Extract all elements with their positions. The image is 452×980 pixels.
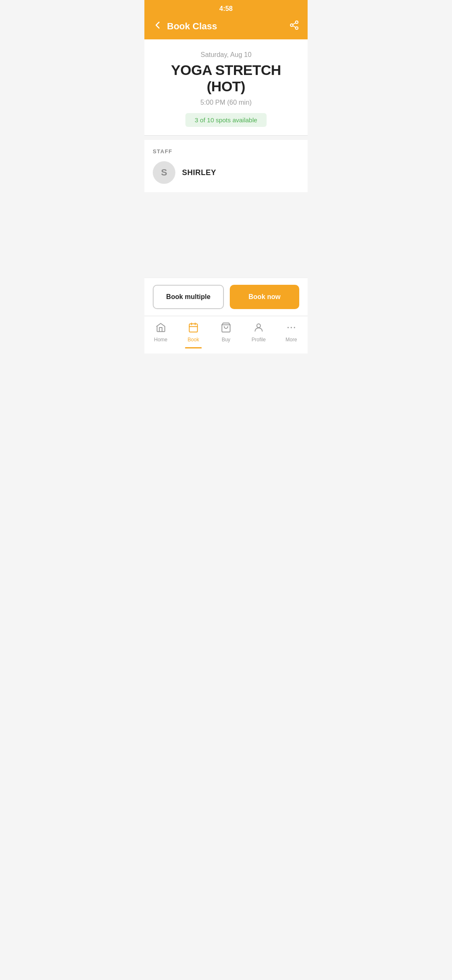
status-time: 4:58 — [219, 5, 233, 13]
staff-avatar: S — [153, 161, 175, 184]
staff-avatar-letter: S — [161, 167, 167, 178]
svg-point-8 — [290, 327, 292, 328]
header: Book Class — [144, 16, 308, 39]
nav-item-home[interactable]: Home — [144, 320, 177, 345]
nav-label-book: Book — [187, 337, 199, 343]
nav-item-buy[interactable]: Buy — [210, 320, 242, 345]
svg-point-7 — [288, 327, 289, 328]
staff-name: SHIRLEY — [182, 168, 216, 177]
header-left: Book Class — [153, 20, 217, 33]
buy-icon — [221, 322, 231, 335]
nav-item-more[interactable]: More — [275, 320, 308, 345]
action-buttons: Book multiple Book now — [144, 278, 308, 316]
svg-line-4 — [293, 23, 296, 25]
header-title: Book Class — [167, 21, 217, 32]
book-multiple-button[interactable]: Book multiple — [153, 285, 224, 309]
profile-icon — [253, 322, 264, 335]
svg-point-9 — [294, 327, 295, 328]
class-date: Saturday, Aug 10 — [153, 51, 299, 59]
bottom-navigation: Home Book Buy — [144, 316, 308, 353]
status-bar: 4:58 — [144, 0, 308, 16]
nav-item-book[interactable]: Book — [177, 320, 210, 345]
nav-item-profile[interactable]: Profile — [242, 320, 275, 345]
svg-point-1 — [290, 24, 293, 26]
content-spacer — [144, 192, 308, 278]
more-icon — [286, 322, 297, 335]
home-icon — [155, 322, 166, 335]
class-info-section: Saturday, Aug 10 YOGA STRETCH (HOT) 5:00… — [144, 39, 308, 136]
nav-label-profile: Profile — [252, 337, 266, 343]
svg-rect-5 — [189, 324, 198, 332]
staff-section-label: STAFF — [153, 148, 299, 155]
nav-label-home: Home — [154, 337, 167, 343]
nav-label-buy: Buy — [222, 337, 231, 343]
book-now-button[interactable]: Book now — [230, 285, 299, 309]
book-icon — [188, 322, 199, 335]
class-time: 5:00 PM (60 min) — [153, 99, 299, 106]
svg-point-2 — [295, 27, 298, 29]
class-name: YOGA STRETCH (HOT) — [153, 62, 299, 95]
svg-point-0 — [295, 21, 298, 23]
nav-label-more: More — [285, 337, 297, 343]
share-button[interactable] — [289, 20, 299, 33]
svg-line-3 — [293, 26, 296, 28]
svg-point-6 — [257, 324, 261, 328]
spots-available-badge: 3 of 10 spots available — [185, 113, 266, 127]
staff-row: S SHIRLEY — [153, 161, 299, 184]
staff-section: STAFF S SHIRLEY — [144, 140, 308, 192]
back-button[interactable] — [153, 20, 163, 33]
